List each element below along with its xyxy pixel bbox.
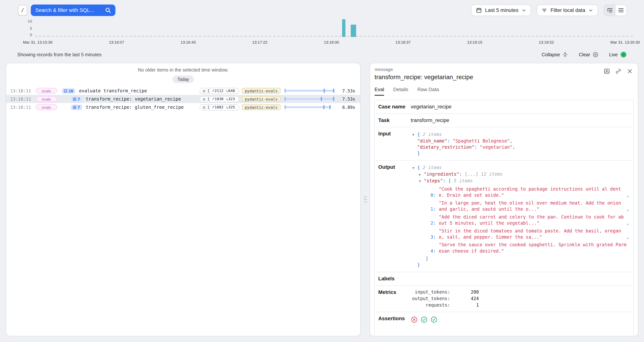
array-index: 4: xyxy=(430,248,436,254)
live-label: Live xyxy=(609,52,618,57)
close-detail-button[interactable] xyxy=(627,68,633,74)
tab-eval[interactable]: Eval xyxy=(374,86,384,96)
x-tick: Mar 31. 13:15:30 xyxy=(23,40,52,44)
filter-local-data-dropdown[interactable]: Filter local data xyxy=(537,4,598,16)
input-label: Input xyxy=(374,127,411,160)
tokens-out-arrow-icon: ↘ xyxy=(225,97,228,101)
tokens-in: 1030 xyxy=(215,97,224,101)
trace-row[interactable]: 13:18:11 evals ⊞ 7 transform_recipe: glu… xyxy=(6,103,360,111)
service-badge: evals xyxy=(36,96,57,102)
dock-panel-button[interactable] xyxy=(604,68,610,74)
tokens-in: 2112 xyxy=(215,89,224,93)
tokens-out-arrow-icon: ↘ xyxy=(225,105,228,109)
expander-toggle[interactable]: ⊞ 7 xyxy=(71,96,82,102)
detail-table: Case name vegetarian_recipe Task transfo… xyxy=(374,100,634,336)
output-row: Output ▾{ 2 items ▸"ingredients": [...] … xyxy=(374,160,634,272)
json-string: "Spaghetti Bolognese" xyxy=(453,138,510,144)
tokens-out: 323 xyxy=(228,97,235,101)
assertion-pass-badge[interactable] xyxy=(430,316,437,323)
empty-notice: No older items in the selected time wind… xyxy=(6,63,360,72)
json-string: "In a large pan, heat the olive oil over… xyxy=(439,200,624,212)
duration-text: 7.53s xyxy=(334,96,355,101)
view-mode-flat-button[interactable] xyxy=(615,5,626,16)
histogram-plot[interactable] xyxy=(35,19,634,37)
duration-bar xyxy=(284,105,334,109)
caret-open-icon[interactable]: ▾ xyxy=(412,132,417,138)
json-array-item: 1: "In a large pan, heat the olive oil o… xyxy=(411,200,629,212)
histogram-bar[interactable] xyxy=(342,19,345,37)
tokens-in: 1082 xyxy=(215,105,224,109)
panel-resize-handle[interactable] xyxy=(363,196,367,203)
json-string: "Serve the sauce over the cooked spaghet… xyxy=(439,242,627,254)
metrics-label: Metrics xyxy=(374,286,411,312)
labels-label: Labels xyxy=(374,272,411,285)
sigma-icon: Σ xyxy=(208,88,210,93)
trace-time: 13:18:11 xyxy=(10,105,30,110)
caret-open-icon[interactable]: ▾ xyxy=(412,165,417,171)
clear-button[interactable]: Clear xyxy=(579,52,598,58)
json-array-item: 2: "Add the diced carrot and celery to t… xyxy=(411,214,629,226)
tokens-out-arrow-icon: ↘ xyxy=(225,89,228,93)
caret-open-icon[interactable]: ▾ xyxy=(419,178,424,184)
view-mode-tree-button[interactable] xyxy=(604,5,615,16)
plus-square-icon: ⊞ xyxy=(73,105,76,109)
y-tick: 5 xyxy=(30,26,32,30)
metric-value: 1 xyxy=(450,302,479,308)
case-name-label: Case name xyxy=(374,100,411,114)
records-histogram: 10 5 0 Mar 31. 13:15:30 13:16:07 13:16:4… xyxy=(0,18,644,47)
caret-closed-icon[interactable]: ▸ xyxy=(419,172,424,178)
no-cache-icon: ⊘ xyxy=(202,97,206,101)
trace-rows: 13:18:11 evals ⊟ 16 evaluate transform_r… xyxy=(6,86,360,111)
json-array-item: 0: "Cook the spaghetti according to pack… xyxy=(411,186,629,198)
metric-value: 424 xyxy=(450,296,479,302)
duration-text: 7.53s xyxy=(334,88,355,93)
time-range-dropdown[interactable]: Last 5 minutes xyxy=(471,4,531,16)
sql-search-button[interactable]: Search & filter with SQL... xyxy=(31,4,115,16)
labels-value xyxy=(411,272,634,285)
live-toggle[interactable]: Live xyxy=(609,52,627,58)
items-count-note: 12 items xyxy=(481,172,503,177)
metric-value: 208 xyxy=(450,290,479,295)
trace-row-selected[interactable]: 13:18:11 evals ⊞ 7 transform_recipe: veg… xyxy=(6,95,360,103)
metric-key: input_tokens: xyxy=(411,290,450,295)
filter-local-data-label: Filter local data xyxy=(550,8,585,13)
x-tick: Mar 31. 13:20:30 xyxy=(610,40,640,44)
tab-details[interactable]: Details xyxy=(393,86,408,96)
x-tick: 13:17:22 xyxy=(252,40,268,44)
minus-square-icon: ⊟ xyxy=(64,88,68,93)
x-tick: 13:18:00 xyxy=(324,40,339,44)
tokens-in-arrow-icon: ↗ xyxy=(212,89,215,93)
tab-raw-data[interactable]: Raw Data xyxy=(417,86,439,96)
input-json-viewer: ▾{ 2 items "dish_name": "Spaghetti Bolog… xyxy=(411,131,629,156)
keyboard-shortcut-slash[interactable]: / xyxy=(18,5,27,16)
array-index: 3: xyxy=(430,234,436,240)
time-range-label: Last 5 minutes xyxy=(485,8,518,13)
collapsed-array[interactable]: [...] xyxy=(465,172,478,177)
no-cache-icon: ⊘ xyxy=(202,105,206,109)
trace-name: evaluate transform_recipe xyxy=(79,88,200,94)
panel-divider xyxy=(360,63,370,336)
assertion-pass-badge[interactable] xyxy=(420,316,428,323)
histogram-bar[interactable] xyxy=(351,24,356,37)
metrics-table: input_tokens: 208 output_tokens: 424 req… xyxy=(411,290,629,308)
child-count: 7 xyxy=(78,105,80,109)
service-badge: evals xyxy=(36,88,57,94)
histogram-baseline xyxy=(35,36,634,37)
detail-tabs: Eval Details Raw Data xyxy=(370,80,638,96)
app-stage: / Search & filter with SQL... Last 5 min… xyxy=(0,0,644,342)
json-string: "Add the diced carrot and celery to the … xyxy=(439,214,624,226)
no-cache-icon: ⊘ xyxy=(202,88,206,93)
duration-bar xyxy=(284,89,334,93)
trace-list-panel: No older items in the selected time wind… xyxy=(6,63,360,336)
trace-row[interactable]: 13:18:11 evals ⊟ 16 evaluate transform_r… xyxy=(6,86,360,95)
items-count-note: 2 items xyxy=(423,132,442,137)
copy-link-button[interactable] xyxy=(615,68,622,74)
collapse-button[interactable]: Collapse xyxy=(542,52,568,58)
detail-panel: message transform_recipe: vegetarian_rec… xyxy=(370,63,638,336)
expander-toggle[interactable]: ⊞ 7 xyxy=(71,104,82,110)
expander-toggle[interactable]: ⊟ 16 xyxy=(62,88,75,94)
assertion-fail-badge[interactable] xyxy=(411,316,418,323)
circle-check-green-icon xyxy=(420,316,428,323)
json-array-item: 3: "Stir in the diced tomatoes and tomat… xyxy=(411,228,629,240)
task-value: transform_recipe xyxy=(411,114,634,127)
